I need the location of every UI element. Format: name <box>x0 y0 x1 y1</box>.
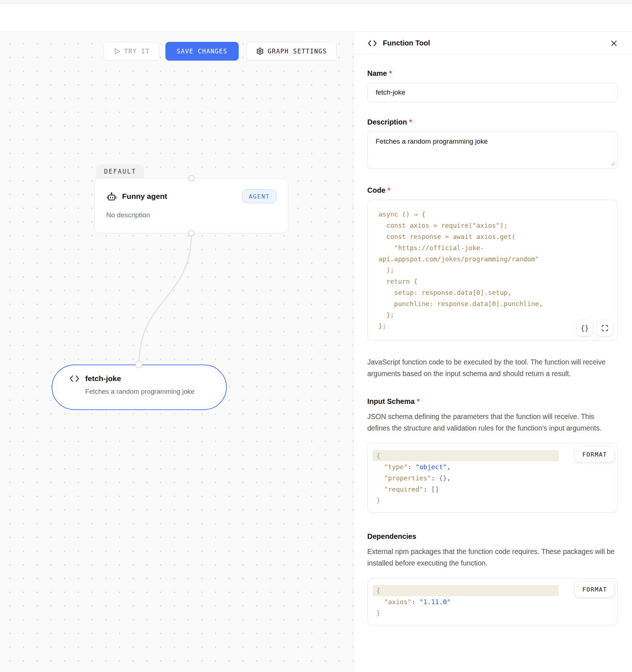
input-schema-editor[interactable]: { "type": "object", "properties": {}, "r… <box>367 443 618 513</box>
required-asterisk: * <box>388 186 390 195</box>
code-help-text: JavaScript function code to be executed … <box>367 357 618 379</box>
close-icon[interactable] <box>609 38 619 48</box>
required-asterisk: * <box>389 69 392 78</box>
tool-node-fetch-joke[interactable]: fetch-joke Fetches a random programming … <box>52 365 227 410</box>
required-asterisk: * <box>409 118 412 126</box>
tool-node-top-handle[interactable] <box>135 361 143 368</box>
graph-canvas[interactable]: TRY IT SAVE CHANGES GRAPH SETTINGS DEFAU… <box>0 32 353 672</box>
save-changes-button[interactable]: SAVE CHANGES <box>165 42 239 61</box>
name-input[interactable] <box>367 83 618 102</box>
window-edge-strip <box>0 0 632 4</box>
top-bar <box>0 0 632 32</box>
robot-icon <box>106 191 117 202</box>
try-it-button[interactable]: TRY IT <box>104 42 159 61</box>
required-asterisk: * <box>417 397 420 406</box>
dependencies-help-text: External npm packages that the function … <box>367 546 618 569</box>
name-label: Name* <box>367 69 618 78</box>
code-label: Code* <box>367 186 618 195</box>
dependencies-label: Dependencies <box>367 532 618 541</box>
agent-node[interactable]: Funny agent AGENT No description <box>94 178 288 233</box>
braces-format-button[interactable]: {} <box>577 320 593 336</box>
play-icon <box>113 48 121 55</box>
agent-node-bottom-handle[interactable] <box>188 230 195 236</box>
code-brackets-icon <box>69 374 80 383</box>
agent-node-title: Funny agent <box>122 192 167 201</box>
edge-agent-to-tool[interactable] <box>139 233 191 365</box>
fullscreen-icon <box>601 324 609 332</box>
dependencies-editor[interactable]: { "axios": "1.11.0"} FORMAT <box>367 578 618 625</box>
agent-node-top-handle[interactable] <box>188 175 195 182</box>
graph-settings-button[interactable]: GRAPH SETTINGS <box>246 42 337 61</box>
group-tab-label: DEFAULT <box>104 168 136 175</box>
code-editor-content: async () ⇒ { const axios = require("axio… <box>375 209 610 332</box>
edge-layer <box>0 32 353 672</box>
tool-node-description: Fetches a random programming joke <box>85 388 226 396</box>
description-textarea[interactable]: Fetches a random programming joke <box>367 131 618 169</box>
resize-grip-icon[interactable] <box>610 161 615 167</box>
input-schema-format-button[interactable]: FORMAT <box>575 446 614 462</box>
panel-header: Function Tool <box>354 32 632 55</box>
agent-badge: AGENT <box>242 189 276 203</box>
gear-icon <box>256 47 264 55</box>
save-changes-label: SAVE CHANGES <box>177 48 228 55</box>
expand-fullscreen-button[interactable] <box>597 320 613 336</box>
group-tab-default[interactable]: DEFAULT <box>96 164 144 179</box>
graph-settings-label: GRAPH SETTINGS <box>268 48 327 55</box>
input-schema-help-text: JSON schema defining the parameters that… <box>367 411 618 434</box>
panel-title: Function Tool <box>383 39 430 47</box>
dependencies-format-button[interactable]: FORMAT <box>575 581 614 597</box>
function-tool-panel: Function Tool Name* Description* Fetches… <box>353 32 632 672</box>
code-brackets-icon <box>367 39 377 48</box>
input-schema-label: Input Schema* <box>367 397 618 406</box>
braces-icon: {} <box>581 324 589 332</box>
try-it-label: TRY IT <box>124 48 150 55</box>
description-label: Description* <box>367 118 618 126</box>
code-editor[interactable]: async () ⇒ { const axios = require("axio… <box>367 200 618 341</box>
agent-node-description: No description <box>106 211 276 219</box>
tool-node-title: fetch-joke <box>85 374 121 383</box>
